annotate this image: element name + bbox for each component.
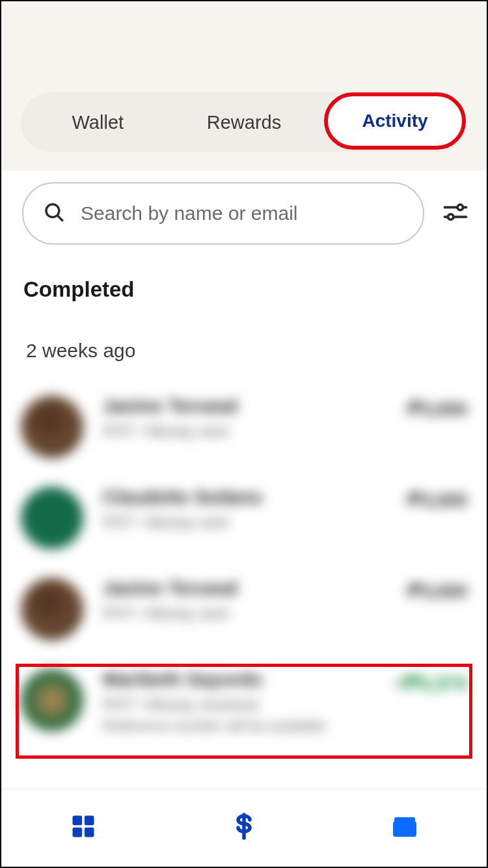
bottom-nav [3, 789, 485, 865]
svg-rect-10 [393, 821, 416, 837]
avatar [21, 487, 83, 549]
top-tabs: Wallet Rewards [21, 92, 467, 152]
svg-rect-6 [72, 815, 82, 825]
transaction-row[interactable]: Claudette Sedano PHT • Money sent -₱3,00… [8, 472, 480, 563]
transaction-row[interactable]: Maribeth Sayurdo PHT • Money received Re… [8, 655, 480, 749]
avatar [21, 578, 83, 640]
svg-rect-11 [394, 817, 415, 822]
avatar [21, 669, 83, 731]
transaction-amount: -₱3,000 [404, 578, 467, 602]
transaction-row[interactable]: Janine Teruwal PHT • Money sent -₱3,000 [8, 381, 480, 472]
sliders-icon [441, 198, 470, 229]
transaction-name: Claudette Sedano [103, 487, 385, 508]
wallet-icon [389, 811, 420, 845]
filter-button[interactable] [436, 194, 475, 233]
transaction-sub: PHT • Money sent [103, 422, 385, 441]
transaction-name: Janine Teruwal [103, 396, 385, 417]
avatar [21, 396, 83, 458]
svg-rect-9 [84, 827, 94, 837]
search-input[interactable] [81, 202, 403, 224]
search-box[interactable] [22, 182, 424, 245]
transaction-amount: +₱5,374 [394, 669, 467, 694]
svg-rect-8 [72, 827, 82, 837]
search-icon [43, 201, 65, 226]
transaction-extra: Reference number will be available [103, 718, 375, 735]
svg-line-1 [58, 216, 62, 221]
tab-activity[interactable] [317, 108, 463, 137]
svg-point-3 [457, 204, 463, 210]
nav-payments[interactable] [218, 802, 270, 854]
transaction-body: Maribeth Sayurdo PHT • Money received Re… [103, 669, 375, 735]
transaction-list: Janine Teruwal PHT • Money sent -₱3,000 … [1, 381, 487, 749]
transaction-name: Janine Teruwal [103, 578, 385, 599]
svg-point-5 [448, 214, 453, 219]
transaction-sub: PHT • Money sent [103, 513, 385, 532]
transaction-body: Janine Teruwal PHT • Money sent [103, 396, 385, 441]
transaction-body: Janine Teruwal PHT • Money sent [103, 578, 385, 623]
tab-rewards[interactable]: Rewards [171, 98, 318, 148]
tab-wallet[interactable]: Wallet [25, 98, 171, 148]
nav-wallet[interactable] [379, 802, 431, 854]
transaction-name: Maribeth Sayurdo [103, 669, 375, 690]
transaction-amount: -₱3,000 [404, 487, 467, 511]
transaction-amount: -₱3,000 [404, 396, 467, 420]
dollar-icon [228, 811, 260, 845]
transaction-body: Claudette Sedano PHT • Money sent [103, 487, 385, 532]
transaction-sub: PHT • Money sent [103, 604, 385, 623]
grid-icon [69, 812, 98, 843]
search-row [1, 170, 487, 245]
transaction-sub: PHT • Money received [103, 696, 375, 714]
nav-home[interactable] [57, 802, 109, 854]
date-group-label: 2 weeks ago [1, 308, 487, 381]
header-area: Wallet Rewards [1, 1, 487, 170]
transaction-row[interactable]: Janine Teruwal PHT • Money sent -₱3,000 [8, 563, 480, 655]
section-completed-title: Completed [1, 245, 487, 308]
svg-rect-7 [84, 815, 94, 825]
